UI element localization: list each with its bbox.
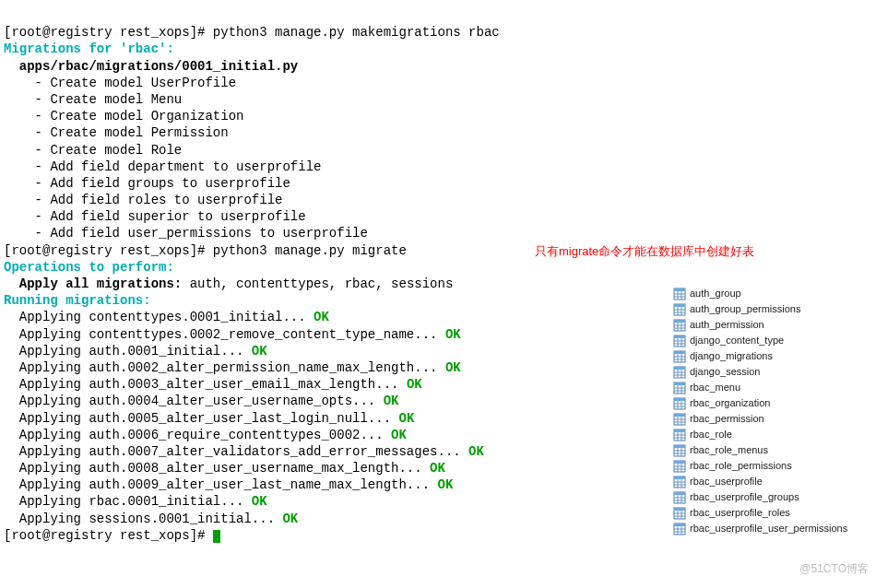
db-table-item[interactable]: django_migrations — [673, 348, 847, 364]
table-icon — [673, 460, 686, 473]
migration-step: - Create model Menu — [4, 92, 182, 107]
operations-header: Operations to perform: — [4, 260, 174, 275]
db-table-label: rbac_role_menus — [690, 443, 768, 456]
shell-prompt: [root@registry rest_xops]# — [4, 25, 213, 40]
ok-status: OK — [437, 477, 453, 492]
db-table-label: django_migrations — [690, 349, 773, 362]
apply-line: Applying auth.0007_alter_validators_add_… — [4, 444, 468, 459]
db-table-item[interactable]: django_content_type — [673, 333, 847, 348]
db-table-item[interactable]: auth_permission — [673, 317, 847, 333]
svg-rect-91 — [674, 523, 685, 526]
ok-status: OK — [430, 461, 445, 476]
ok-status: OK — [252, 344, 267, 359]
migration-step: - Add field department to userprofile — [4, 159, 321, 174]
svg-rect-79 — [674, 492, 685, 495]
migration-step: - Add field groups to userprofile — [4, 176, 290, 191]
db-table-label: rbac_userprofile — [690, 475, 763, 488]
table-icon — [673, 366, 686, 379]
db-table-item[interactable]: rbac_organization — [673, 395, 847, 411]
svg-rect-37 — [674, 382, 685, 385]
db-table-item[interactable]: rbac_userprofile — [673, 474, 847, 489]
db-table-label: rbac_permission — [690, 412, 764, 425]
db-table-item[interactable]: rbac_role — [673, 427, 847, 442]
db-table-label: django_session — [690, 365, 760, 378]
db-table-label: rbac_role — [690, 428, 732, 441]
svg-rect-25 — [674, 351, 685, 354]
db-table-item[interactable]: auth_group_permissions — [673, 301, 847, 317]
svg-rect-1 — [674, 288, 685, 291]
svg-rect-55 — [674, 429, 685, 432]
db-table-label: rbac_userprofile_user_permissions — [690, 522, 847, 535]
table-icon — [673, 429, 686, 441]
apply-line: Applying auth.0001_initial... — [4, 344, 252, 359]
svg-rect-31 — [674, 367, 685, 370]
db-table-label: auth_permission — [690, 318, 764, 331]
svg-rect-13 — [674, 320, 685, 323]
table-icon — [673, 523, 686, 535]
table-icon — [673, 413, 686, 426]
db-table-label: rbac_role_permissions — [690, 459, 792, 472]
db-table-item[interactable]: auth_group — [673, 286, 847, 301]
db-table-label: rbac_organization — [690, 396, 770, 409]
apply-line: Applying auth.0003_alter_user_email_max_… — [4, 377, 407, 392]
db-table-label: rbac_userprofile_roles — [690, 506, 790, 519]
apply-line: Applying auth.0009_alter_user_last_name_… — [4, 477, 437, 492]
svg-rect-19 — [674, 335, 685, 338]
svg-rect-7 — [674, 304, 685, 307]
cursor-block[interactable] — [213, 530, 220, 543]
db-table-item[interactable]: rbac_userprofile_groups — [673, 489, 847, 505]
table-icon — [673, 397, 686, 410]
db-tables-panel: auth_groupauth_group_permissionsauth_per… — [673, 286, 847, 536]
migrations-header: Migrations for 'rbac': — [4, 41, 174, 56]
db-table-item[interactable]: rbac_userprofile_roles — [673, 505, 847, 521]
watermark-text: @51CTO博客 — [799, 562, 869, 577]
ok-status: OK — [445, 360, 461, 375]
apply-line: Applying auth.0006_require_contenttypes_… — [4, 428, 391, 442]
migration-step: - Create model Permission — [4, 125, 229, 140]
apply-line: Applying sessions.0001_initial... — [4, 512, 282, 526]
db-table-item[interactable]: rbac_menu — [673, 380, 847, 395]
db-table-item[interactable]: rbac_role_permissions — [673, 458, 847, 474]
table-icon — [673, 507, 686, 520]
svg-rect-67 — [674, 461, 685, 464]
ok-status: OK — [407, 377, 422, 392]
shell-prompt: [root@registry rest_xops]# — [4, 528, 213, 543]
apply-line: Applying auth.0008_alter_user_username_m… — [4, 461, 430, 476]
svg-rect-85 — [674, 508, 685, 511]
apply-line: Applying contenttypes.0001_initial... — [4, 310, 314, 324]
table-icon — [673, 350, 686, 363]
db-table-label: rbac_menu — [690, 381, 740, 394]
table-icon — [673, 476, 686, 488]
apply-line: Applying rbac.0001_initial... — [4, 494, 252, 509]
command-text: python3 manage.py migrate — [213, 243, 407, 258]
ok-status: OK — [314, 310, 329, 324]
db-table-label: auth_group — [690, 287, 741, 300]
annotation-note: 只有migrate命令才能在数据库中创建好表 — [535, 244, 754, 260]
svg-rect-73 — [674, 476, 685, 479]
apply-all-list: auth, contenttypes, rbac, sessions — [190, 276, 454, 291]
db-table-item[interactable]: django_session — [673, 364, 847, 380]
db-table-item[interactable]: rbac_userprofile_user_permissions — [673, 521, 847, 536]
table-icon — [673, 288, 686, 300]
svg-rect-43 — [674, 398, 685, 401]
ok-status: OK — [282, 512, 298, 526]
migration-step: - Create model UserProfile — [4, 76, 236, 90]
apply-all-label: Apply all migrations: — [4, 276, 190, 291]
migration-step: - Add field superior to userprofile — [4, 209, 306, 224]
db-table-label: django_content_type — [690, 334, 784, 347]
ok-status: OK — [384, 394, 399, 408]
db-table-item[interactable]: rbac_permission — [673, 411, 847, 427]
db-table-item[interactable]: rbac_role_menus — [673, 442, 847, 458]
apply-line: Applying auth.0005_alter_user_last_login… — [4, 411, 398, 426]
running-header: Running migrations: — [4, 293, 151, 308]
table-icon — [673, 491, 686, 504]
apply-line: Applying auth.0004_alter_user_username_o… — [4, 394, 384, 408]
svg-rect-49 — [674, 414, 685, 417]
table-icon — [673, 382, 686, 394]
table-icon — [673, 335, 686, 347]
apply-line: Applying contenttypes.0002_remove_conten… — [4, 327, 445, 342]
migration-step: - Add field roles to userprofile — [4, 193, 282, 207]
db-table-label: auth_group_permissions — [690, 302, 800, 315]
ok-status: OK — [398, 411, 414, 426]
ok-status: OK — [252, 494, 267, 509]
